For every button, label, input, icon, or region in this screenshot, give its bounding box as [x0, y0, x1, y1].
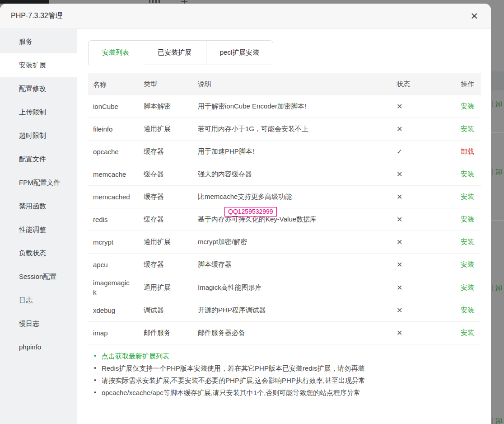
- underlying-uninstall-link-fragment: 卸: [495, 417, 504, 424]
- action-cell: 安装: [444, 170, 481, 179]
- backdrop-divider-tick: [492, 285, 493, 291]
- extension-type: 通用扩展: [144, 283, 198, 292]
- table-row: ionCube脚本解密用于解密ionCube Encoder加密脚本!✕安装: [88, 95, 481, 118]
- extension-description: 用于解密ionCube Encoder加密脚本!: [198, 102, 397, 111]
- extension-description: 若可用内存小于1G，可能会安装不上: [198, 125, 397, 133]
- backdrop-divider-line: [491, 346, 504, 346]
- install-link[interactable]: 安装: [461, 125, 474, 132]
- install-link[interactable]: 安装: [461, 306, 474, 314]
- table-row: apcu缓存器脚本缓存器✕安装: [88, 254, 481, 276]
- extension-description: 开源的PHP程序调试器: [198, 306, 397, 315]
- underlying-table-header-fragment: [491, 71, 504, 90]
- notes-list: 点击获取最新扩展列表Redis扩展仅支持一个PHP版本安装使用，若在其它PHP版…: [88, 350, 481, 399]
- note-item: opcache/xcache/apc等脚本缓存扩展,请只安装其中1个,否则可能导…: [94, 386, 481, 399]
- sidebar-item-performance-tuning[interactable]: 性能调整: [0, 218, 77, 241]
- install-link[interactable]: 安装: [461, 102, 474, 110]
- table-row: redis缓存器基于内存亦可持久化的Key-Value数据库✕安装: [88, 208, 481, 231]
- extension-type: 缓存器: [144, 193, 198, 201]
- table-row: imap邮件服务邮件服务器必备✕安装: [88, 322, 481, 344]
- sidebar-item-session-config[interactable]: Session配置: [0, 265, 77, 288]
- install-link[interactable]: 安装: [461, 170, 474, 178]
- extension-name: memcache: [93, 170, 144, 179]
- column-header: 状态: [397, 80, 444, 89]
- qq-watermark: QQ1259532999: [224, 207, 277, 217]
- close-icon[interactable]: ✕: [468, 10, 480, 22]
- status-cross-icon: ✕: [397, 283, 444, 292]
- install-link[interactable]: 安装: [461, 329, 474, 336]
- dialog-title: PHP-7.3.32管理: [11, 11, 63, 21]
- underlying-dark-sidebar-fragment: [0, 0, 49, 4]
- sidebar-item-disabled-functions[interactable]: 禁用函数: [0, 194, 77, 218]
- status-cross-icon: ✕: [397, 170, 444, 179]
- table-row: memcached缓存器比memcache支持更多高级功能✕安装: [88, 186, 481, 208]
- table-row: memcache缓存器强大的内容缓存器✕安装: [88, 163, 481, 186]
- status-cross-icon: ✕: [397, 238, 444, 246]
- sidebar-item-config-edit[interactable]: 配置修改: [0, 77, 77, 100]
- dialog-body: 服务安装扩展配置修改上传限制超时限制配置文件FPM配置文件禁用函数性能调整负载状…: [0, 29, 491, 424]
- underlying-uninstall-link-fragment: 卸: [495, 284, 504, 292]
- underlying-clipped-icon: [149, 0, 170, 4]
- install-link[interactable]: 安装: [461, 238, 474, 245]
- tab-bar: 安装列表已安装扩展pecl扩展安装: [88, 40, 273, 65]
- install-link[interactable]: 安装: [461, 283, 474, 291]
- sidebar-item-upload-limit[interactable]: 上传限制: [0, 100, 77, 124]
- table-header-row: 名称类型说明状态操作: [88, 73, 481, 95]
- tab-pecl-install[interactable]: pecl扩展安装: [206, 41, 273, 65]
- extension-type: 通用扩展: [144, 238, 198, 246]
- sidebar-item-install-extension[interactable]: 安装扩展: [0, 53, 77, 77]
- action-cell: 安装: [444, 329, 481, 337]
- action-cell: 安装: [444, 238, 481, 246]
- status-cross-icon: ✕: [397, 329, 444, 337]
- underlying-plus-icon: [181, 0, 188, 4]
- main-content: 安装列表已安装扩展pecl扩展安装 名称类型说明状态操作ionCube脚本解密用…: [77, 29, 491, 424]
- column-header: 操作: [444, 80, 481, 89]
- install-link[interactable]: 安装: [461, 260, 474, 268]
- sidebar-item-load-status[interactable]: 负载状态: [0, 241, 77, 265]
- tab-installed-ext[interactable]: 已安装扩展: [143, 41, 206, 65]
- status-cross-icon: ✕: [397, 306, 444, 315]
- sidebar-item-log[interactable]: 日志: [0, 288, 77, 312]
- backdrop-divider-tick: [492, 101, 493, 107]
- action-cell: 安装: [444, 125, 481, 133]
- status-cross-icon: ✕: [397, 102, 444, 111]
- extension-type: 邮件服务: [144, 329, 198, 337]
- sidebar-item-fpm-config-file[interactable]: FPM配置文件: [0, 171, 77, 194]
- extension-description: mcrypt加密/解密: [198, 238, 397, 246]
- underlying-uninstall-link-fragment: 卸: [495, 168, 504, 175]
- status-cross-icon: ✕: [397, 193, 444, 201]
- dialog-header: PHP-7.3.32管理 ✕: [0, 4, 491, 29]
- extension-type: 脚本解密: [144, 102, 198, 111]
- extension-description: 邮件服务器必备: [198, 329, 397, 337]
- column-header: 类型: [144, 80, 198, 89]
- uninstall-link[interactable]: 卸载: [461, 147, 474, 155]
- extension-type: 通用扩展: [144, 125, 198, 133]
- note-item: Redis扩展仅支持一个PHP版本安装使用，若在其它PHP版本已安装redis扩…: [94, 362, 481, 374]
- refresh-extension-list-link[interactable]: 点击获取最新扩展列表: [94, 350, 481, 362]
- sidebar-item-phpinfo[interactable]: phpinfo: [0, 335, 77, 359]
- extension-table: 名称类型说明状态操作ionCube脚本解密用于解密ionCube Encoder…: [88, 73, 481, 344]
- php-manager-dialog: PHP-7.3.32管理 ✕ 服务安装扩展配置修改上传限制超时限制配置文件FPM…: [0, 4, 491, 424]
- extension-name: mcrypt: [93, 237, 144, 247]
- extension-name: xdebug: [93, 306, 144, 315]
- extension-name: memcached: [93, 192, 144, 202]
- sidebar-item-config-file[interactable]: 配置文件: [0, 147, 77, 171]
- extension-description: Imagick高性能图形库: [198, 283, 397, 292]
- extension-name: ionCube: [93, 102, 144, 111]
- sidebar-item-timeout-limit[interactable]: 超时限制: [0, 124, 77, 147]
- tab-install-list[interactable]: 安装列表: [89, 41, 143, 65]
- sidebar-item-slow-log[interactable]: 慢日志: [0, 312, 77, 335]
- install-link[interactable]: 安装: [461, 215, 474, 223]
- backdrop-divider-tick: [492, 418, 493, 424]
- action-cell: 安装: [444, 260, 481, 269]
- note-item: 请按实际需求安装扩展,不要安装不必要的PHP扩展,这会影响PHP执行效率,甚至出…: [94, 374, 481, 386]
- extension-type: 缓存器: [144, 147, 198, 156]
- backdrop-divider-line: [491, 132, 504, 133]
- action-cell: 安装: [444, 306, 481, 315]
- extension-name: imagemagick: [93, 278, 144, 297]
- action-cell: 卸载: [444, 147, 481, 156]
- sidebar-item-services[interactable]: 服务: [0, 30, 77, 53]
- extension-name: imap: [93, 328, 144, 338]
- install-link[interactable]: 安装: [461, 193, 474, 200]
- underlying-uninstall-link-fragment: 卸: [495, 100, 504, 108]
- table-row: fileinfo通用扩展若可用内存小于1G，可能会安装不上✕安装: [88, 118, 481, 141]
